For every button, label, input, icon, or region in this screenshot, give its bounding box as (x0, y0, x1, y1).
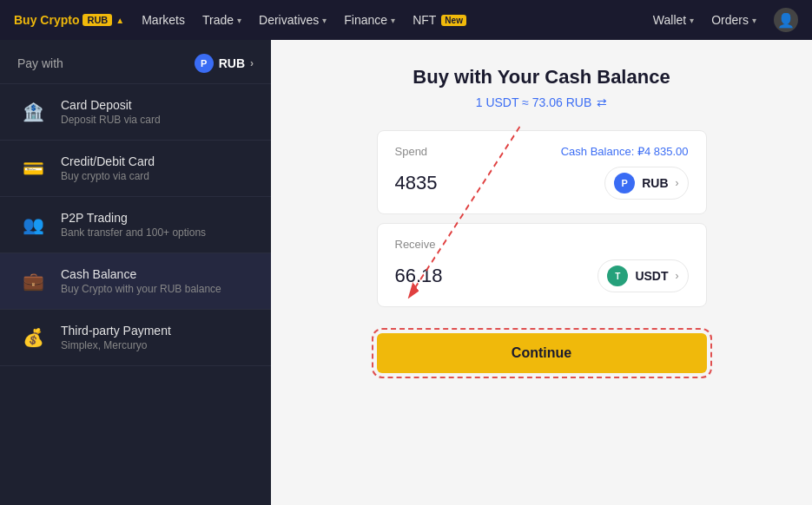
nft-badge: New (441, 15, 466, 26)
card-deposit-text: Card Deposit Deposit RUB via card (61, 98, 161, 126)
currency-dropdown-icon: › (250, 57, 254, 69)
spend-card: Spend Cash Balance: ₽4 835.00 4835 P RUB… (377, 130, 707, 214)
main-content: Buy with Your Cash Balance 1 USDT ≈ 73.0… (271, 40, 812, 505)
exchange-rate-text: 1 USDT ≈ 73.06 RUB (476, 95, 591, 109)
credit-card-subtitle: Buy crypto via card (61, 170, 155, 182)
navbar: Buy Crypto RUB ▲ Markets Trade ▾ Derivat… (0, 0, 812, 40)
page-title: Buy with Your Cash Balance (413, 66, 670, 89)
spend-label: Spend (395, 145, 428, 158)
pay-with-header: Pay with P RUB › (0, 40, 271, 84)
card-deposit-icon: 🏦 (17, 96, 49, 128)
third-party-text: Third-party Payment Simplex, Mercuryo (61, 324, 171, 351)
markets-nav[interactable]: Markets (142, 13, 185, 27)
p2p-icon: 👥 (17, 209, 49, 240)
cash-balance-text: Cash Balance Buy Crypto with your RUB ba… (61, 267, 221, 295)
sidebar-item-third-party[interactable]: 💰 Third-party Payment Simplex, Mercuryo (0, 310, 271, 366)
receive-currency-selector[interactable]: T USDT › (597, 259, 688, 292)
continue-button[interactable]: Continue (377, 333, 707, 373)
credit-card-icon: 💳 (17, 153, 49, 184)
card-deposit-subtitle: Deposit RUB via card (61, 114, 161, 126)
sidebar-item-cash-balance[interactable]: 💼 Cash Balance Buy Crypto with your RUB … (0, 253, 271, 310)
cash-balance-title: Cash Balance (61, 267, 221, 281)
spend-input-row: 4835 P RUB › (395, 167, 689, 200)
trade-nav[interactable]: Trade ▾ (202, 13, 241, 27)
receive-amount: 66.18 (395, 265, 443, 287)
sidebar-item-p2p[interactable]: 👥 P2P Trading Bank transfer and 100+ opt… (0, 197, 271, 253)
receive-card-header: Receive (395, 238, 689, 251)
buy-crypto-label: Buy Crypto (14, 13, 79, 27)
p2p-title: P2P Trading (61, 211, 206, 225)
spend-card-header: Spend Cash Balance: ₽4 835.00 (395, 145, 689, 158)
card-deposit-title: Card Deposit (61, 98, 161, 112)
derivatives-dropdown-icon: ▾ (322, 16, 327, 25)
spend-currency-selector[interactable]: P RUB › (604, 167, 688, 200)
third-party-icon: 💰 (17, 322, 49, 353)
sidebar-item-card-deposit[interactable]: 🏦 Card Deposit Deposit RUB via card (0, 84, 271, 141)
p2p-text: P2P Trading Bank transfer and 100+ optio… (61, 211, 206, 239)
third-party-subtitle: Simplex, Mercuryo (61, 339, 171, 351)
cash-balance-icon: 💼 (17, 266, 49, 297)
rub-currency-icon: P (195, 54, 214, 73)
receive-currency-name: USDT (635, 269, 668, 283)
finance-dropdown-icon: ▾ (391, 16, 395, 25)
orders-dropdown-icon: ▾ (752, 16, 756, 25)
nav-up-arrow-icon: ▲ (116, 16, 124, 25)
derivatives-nav[interactable]: Derivatives ▾ (259, 13, 327, 27)
exchange-rate-icon: ⇄ (597, 95, 607, 109)
receive-input-row: 66.18 T USDT › (395, 259, 689, 292)
receive-label: Receive (395, 238, 436, 251)
rub-badge: RUB (83, 14, 112, 26)
sidebar-item-credit-card[interactable]: 💳 Credit/Debit Card Buy crypto via card (0, 141, 271, 197)
wallet-nav[interactable]: Wallet ▾ (653, 13, 694, 27)
p2p-subtitle: Bank transfer and 100+ options (61, 226, 206, 239)
orders-nav[interactable]: Orders ▾ (711, 13, 756, 27)
rub-icon: P (614, 173, 635, 193)
user-icon: 👤 (777, 12, 795, 29)
usdt-icon: T (607, 266, 628, 286)
spend-amount[interactable]: 4835 (395, 172, 438, 194)
receive-card: Receive 66.18 T USDT › (377, 223, 707, 307)
user-avatar[interactable]: 👤 (774, 8, 798, 32)
credit-card-title: Credit/Debit Card (61, 154, 155, 168)
pay-with-label: Pay with (17, 56, 63, 70)
buy-crypto-nav[interactable]: Buy Crypto RUB ▲ (14, 13, 124, 27)
third-party-title: Third-party Payment (61, 324, 171, 338)
spend-currency-name: RUB (642, 176, 668, 190)
nav-right: Wallet ▾ Orders ▾ 👤 (653, 8, 798, 32)
currency-selector-rub[interactable]: P RUB › (195, 54, 254, 73)
nft-nav[interactable]: NFT New (413, 13, 466, 27)
finance-nav[interactable]: Finance ▾ (344, 13, 395, 27)
trade-dropdown-icon: ▾ (237, 16, 241, 25)
wallet-dropdown-icon: ▾ (690, 16, 694, 25)
cash-balance-display: Cash Balance: ₽4 835.00 (561, 145, 689, 158)
receive-currency-arrow-icon: › (676, 270, 679, 282)
main-layout: Pay with P RUB › 🏦 Card Deposit Deposit … (0, 40, 812, 505)
credit-card-text: Credit/Debit Card Buy crypto via card (61, 154, 155, 182)
spend-currency-arrow-icon: › (676, 177, 679, 189)
sidebar: Pay with P RUB › 🏦 Card Deposit Deposit … (0, 40, 271, 505)
currency-label: RUB (219, 56, 245, 70)
cash-balance-subtitle: Buy Crypto with your RUB balance (61, 283, 221, 295)
exchange-rate: 1 USDT ≈ 73.06 RUB ⇄ (476, 95, 607, 109)
